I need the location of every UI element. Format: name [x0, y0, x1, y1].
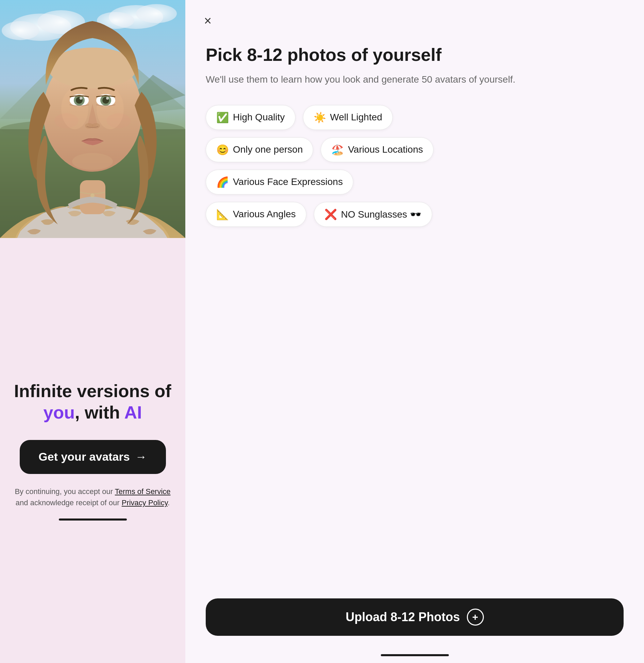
svg-point-30 — [72, 153, 113, 170]
left-bottom-section: Infinite versions of you, with AI Get yo… — [0, 238, 185, 663]
upload-photos-button[interactable]: Upload 8-12 Photos + — [206, 598, 624, 636]
tags-row-2: 😊 Only one person 🏖️ Various Locations — [206, 137, 624, 162]
terms-mid: and acknowledge receipt of our — [16, 498, 122, 507]
tagline-you: you — [44, 403, 75, 422]
cta-label: Get your avatars — [38, 450, 130, 463]
various-angles-emoji: 📐 — [216, 208, 229, 220]
right-content: Pick 8-12 photos of yourself We'll use t… — [206, 44, 624, 247]
no-sunglasses-emoji: ❌ — [324, 208, 337, 220]
tag-high-quality: ✅ High Quality — [206, 105, 295, 130]
svg-point-28 — [54, 113, 78, 128]
no-sunglasses-label: NO Sunglasses 🕶️ — [341, 209, 422, 220]
bottom-indicator-right — [381, 654, 449, 656]
svg-point-21 — [80, 97, 82, 100]
tags-row-4: 📐 Various Angles ❌ NO Sunglasses 🕶️ — [206, 202, 624, 227]
terms-of-service-link[interactable]: Terms of Service — [115, 487, 171, 496]
tag-no-sunglasses: ❌ NO Sunglasses 🕶️ — [314, 202, 432, 227]
right-panel: × Pick 8-12 photos of yourself We'll use… — [185, 0, 644, 663]
bottom-indicator-left — [59, 518, 127, 521]
hero-image — [0, 0, 185, 238]
various-locations-emoji: 🏖️ — [331, 144, 344, 156]
various-face-expressions-label: Various Face Expressions — [233, 176, 343, 187]
terms-prefix: By continuing, you accept our — [15, 487, 115, 496]
cta-arrow-icon: → — [135, 450, 147, 463]
right-subtitle: We'll use them to learn how you look and… — [206, 73, 624, 86]
high-quality-emoji: ✅ — [216, 112, 229, 123]
tagline-ai: AI — [124, 403, 142, 422]
svg-point-3 — [2, 21, 39, 40]
terms-text: By continuing, you accept our Terms of S… — [14, 486, 172, 508]
tags-row-3: 🌈 Various Face Expressions — [206, 170, 624, 194]
tag-various-face-expressions: 🌈 Various Face Expressions — [206, 170, 353, 194]
close-button[interactable]: × — [204, 14, 211, 27]
tagline: Infinite versions of you, with AI — [14, 380, 171, 423]
privacy-policy-link[interactable]: Privacy Policy — [122, 498, 168, 507]
various-angles-label: Various Angles — [233, 209, 296, 220]
svg-point-25 — [106, 97, 109, 100]
svg-point-5 — [136, 4, 177, 23]
various-locations-label: Various Locations — [348, 144, 423, 155]
left-panel: Infinite versions of you, with AI Get yo… — [0, 0, 185, 663]
tag-various-angles: 📐 Various Angles — [206, 202, 306, 227]
tagline-text-1: Infinite versions of — [14, 381, 171, 401]
only-one-person-label: Only one person — [233, 144, 303, 155]
only-one-person-emoji: 😊 — [216, 144, 229, 156]
tags-grid: ✅ High Quality ☀️ Well Lighted 😊 Only on… — [206, 105, 624, 227]
high-quality-label: High Quality — [233, 112, 285, 123]
tags-row-1: ✅ High Quality ☀️ Well Lighted — [206, 105, 624, 130]
tagline-mid: , with — [75, 403, 124, 422]
svg-point-31 — [90, 193, 95, 198]
upload-label: Upload 8-12 Photos — [345, 610, 460, 624]
various-face-expressions-emoji: 🌈 — [216, 176, 229, 188]
well-lighted-emoji: ☀️ — [313, 112, 326, 123]
well-lighted-label: Well Lighted — [330, 112, 383, 123]
right-title: Pick 8-12 photos of yourself — [206, 44, 624, 65]
tag-various-locations: 🏖️ Various Locations — [321, 137, 434, 162]
svg-point-29 — [107, 113, 131, 128]
terms-end: . — [168, 498, 170, 507]
portrait-container — [0, 0, 185, 238]
get-avatars-button[interactable]: Get your avatars → — [20, 440, 166, 474]
tag-well-lighted: ☀️ Well Lighted — [303, 105, 393, 130]
tag-only-one-person: 😊 Only one person — [206, 137, 313, 162]
upload-plus-icon: + — [467, 609, 484, 626]
